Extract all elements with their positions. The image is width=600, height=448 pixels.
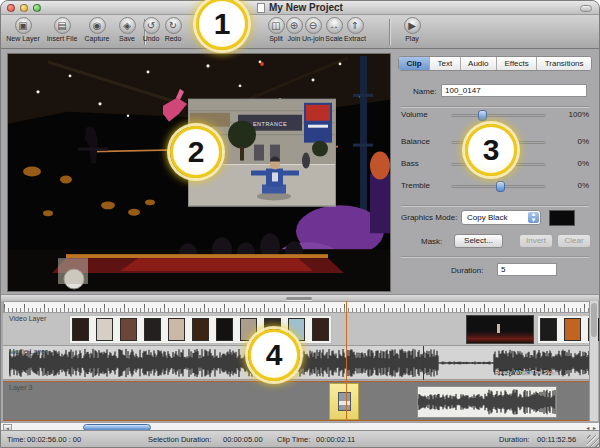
volume-slider[interactable] [451, 114, 546, 117]
pane-splitter[interactable] [1, 294, 600, 301]
toolbar-divider [389, 19, 390, 45]
document-icon [257, 3, 265, 13]
undo-icon: ↺ [143, 17, 160, 34]
time-value: 00:02:56.00 : 00 [27, 435, 81, 444]
scroll-thumb[interactable] [591, 303, 597, 337]
timeline-track-layer3[interactable]: Layer 3 [3, 381, 597, 421]
redo-icon: ↻ [165, 17, 182, 34]
tab-clip[interactable]: Clip [399, 57, 430, 70]
graphics-mode-dropdown[interactable]: Copy Black ▲▼ [461, 210, 541, 225]
insert-file-icon: ▤ [54, 17, 71, 34]
volume-value: 100% [549, 110, 589, 119]
clip-time-label: Clip Time: [277, 435, 310, 444]
toolbar: ▣ New Layer ▤ Insert File ◉ Capture ◈ Sa… [1, 15, 599, 49]
tremble-slider[interactable] [451, 185, 546, 188]
toolbar-toggle-pill[interactable] [580, 5, 592, 12]
playhead[interactable] [346, 301, 347, 421]
mask-select-button[interactable]: Select... [454, 234, 503, 248]
redo-button[interactable]: ↻ Redo [160, 17, 186, 48]
tab-audio[interactable]: Audio [461, 57, 497, 70]
tremble-value: 0% [549, 181, 589, 190]
selection-duration-label: Selection Duration: [148, 435, 211, 444]
graphics-mode-label: Graphics Mode: [401, 213, 457, 222]
timeline-vertical-scrollbar[interactable] [589, 301, 598, 421]
film-frame[interactable] [192, 318, 209, 341]
callout-1: 1 [196, 0, 248, 50]
time-label: Time: [7, 435, 25, 444]
film-frame[interactable] [216, 318, 233, 341]
screenshot-stage: My New Project ▣ New Layer ▤ Insert File… [0, 0, 600, 448]
balance-label: Balance [401, 137, 430, 146]
dropdown-stepper-icon: ▲▼ [528, 212, 539, 223]
film-frame[interactable] [312, 318, 329, 341]
callout-4: 4 [248, 329, 300, 381]
separator [401, 205, 589, 207]
tab-transitions[interactable]: Transitions [537, 57, 591, 70]
film-frame[interactable] [564, 318, 581, 341]
track-label: Video Layer [9, 315, 46, 322]
film-frame[interactable] [120, 318, 137, 341]
audio-clip-caption: Ready When The Sto... [495, 369, 557, 375]
tremble-slider-thumb[interactable] [496, 181, 505, 192]
separator [401, 106, 589, 108]
mask-clear-button[interactable]: Clear [557, 234, 591, 248]
audio-clip[interactable] [417, 386, 557, 418]
save-icon: ◈ [119, 17, 136, 34]
clip-name-input[interactable] [441, 84, 587, 97]
callout-3: 3 [465, 124, 517, 176]
extract-icon: ⇑ [347, 17, 364, 34]
timeline-track-audio[interactable]: Movie Layer Ready When The Sto... [3, 346, 597, 380]
status-bar: Time: 00:02:56.00 : 00 Selection Duratio… [1, 430, 600, 448]
tab-text[interactable]: Text [430, 57, 461, 70]
video-clip-thumbnail[interactable] [466, 315, 534, 344]
separator [401, 256, 589, 258]
extract-button[interactable]: ⇑ Extract [340, 17, 370, 48]
title-bar[interactable]: My New Project [1, 1, 599, 15]
play-button[interactable]: ▶ Play [398, 17, 426, 48]
new-layer-icon: ▣ [15, 17, 32, 34]
capture-icon: ◉ [89, 17, 106, 34]
track-label: Movie Layer [9, 348, 47, 355]
tremble-label: Tremble [401, 181, 430, 190]
timeline-ruler[interactable] [3, 301, 597, 313]
name-label: Name: [413, 87, 437, 96]
timeline-track-video[interactable]: Video Layer [3, 313, 597, 346]
new-layer-button[interactable]: ▣ New Layer [5, 17, 41, 48]
clip-boundary [423, 346, 424, 380]
volume-slider-thumb[interactable] [478, 110, 487, 121]
selected-clip[interactable] [329, 383, 359, 420]
unjoin-icon: ⊖ [305, 17, 322, 34]
insert-file-button[interactable]: ▤ Insert File [43, 17, 81, 48]
resize-grip[interactable] [587, 435, 600, 448]
callout-2: 2 [170, 126, 222, 178]
audio-waveform [418, 387, 556, 417]
mask-invert-button[interactable]: Invert [519, 234, 553, 248]
film-frame[interactable] [168, 318, 185, 341]
graphics-color-swatch[interactable] [549, 210, 575, 226]
duration-value: 00:11:52.56 [537, 435, 576, 444]
splitter-grip-icon [286, 297, 312, 300]
film-frame[interactable] [144, 318, 161, 341]
capture-button[interactable]: ◉ Capture [81, 17, 113, 48]
window-title: My New Project [1, 2, 599, 13]
pip-sign-text: ENTRANCE [253, 121, 287, 127]
duration-input[interactable] [497, 263, 557, 276]
track-label: Layer 3 [9, 384, 32, 391]
inspector-tab-bar: Clip Text Audio Effects Transitions [398, 56, 592, 71]
selection-duration-value: 00:00:05.00 [223, 435, 263, 444]
balance-value: 0% [549, 137, 589, 146]
tab-effects[interactable]: Effects [497, 57, 537, 70]
bass-label: Bass [401, 159, 419, 168]
bass-value: 0% [549, 159, 589, 168]
clip-mini-thumbnail [338, 392, 351, 411]
mask-label: Mask: [421, 237, 442, 246]
film-frame[interactable] [72, 318, 89, 341]
volume-label: Volume [401, 110, 428, 119]
film-frame[interactable] [540, 318, 557, 341]
film-frame[interactable] [96, 318, 113, 341]
app-window: My New Project ▣ New Layer ▤ Insert File… [0, 0, 600, 448]
duration-label: Duration: [451, 266, 483, 275]
duration-label: Duration: [499, 435, 529, 444]
play-icon: ▶ [404, 17, 421, 34]
filmstrip-clip[interactable] [537, 315, 595, 344]
